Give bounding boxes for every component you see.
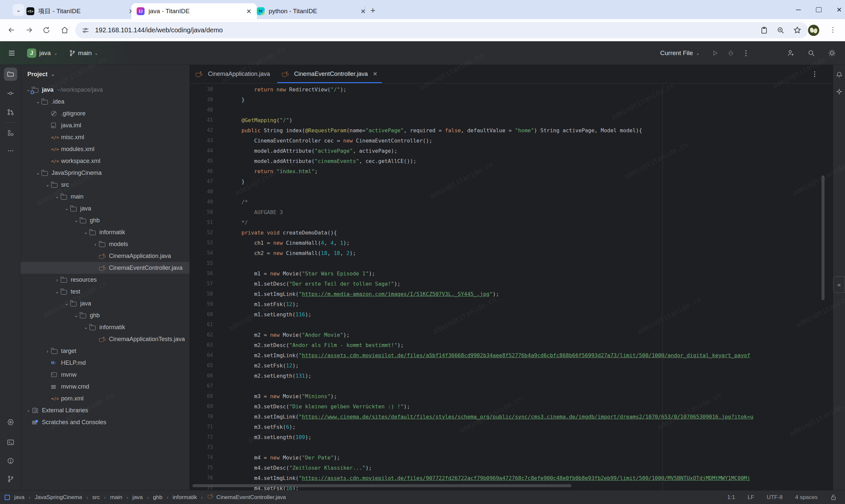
breadcrumb-item[interactable]: java [14, 494, 24, 501]
chevron-expanded-icon[interactable]: ⌄ [44, 182, 51, 188]
profile-avatar[interactable] [808, 25, 819, 36]
code-line[interactable]: 55 [190, 258, 833, 269]
tool-git-button[interactable] [4, 472, 17, 486]
code-line[interactable]: 75 m4.setDesc("Zeitloser Klassiker..."); [190, 463, 833, 473]
chevron-collapsed-icon[interactable]: › [44, 348, 51, 354]
tree-item-external-libraries[interactable]: ›External Libraries [21, 404, 190, 416]
tree-item-ghb[interactable]: ⌄ghb [21, 309, 190, 321]
breadcrumb-item[interactable]: CinemaEventController.java [216, 494, 286, 501]
tool-terminal-button[interactable] [4, 436, 17, 449]
code-line[interactable]: 71 m3.setFsk(6); [190, 422, 833, 432]
code-line[interactable]: 59 m1.setFsk(12); [190, 299, 833, 309]
main-menu-button[interactable] [5, 47, 18, 60]
code-line[interactable]: 53 ch1 = new CinemaHall(4, 4, 1); [190, 238, 833, 248]
tool-problems-button[interactable] [4, 454, 17, 467]
window-close-button[interactable]: × [837, 5, 842, 15]
tool-pullrequest-button[interactable] [4, 106, 17, 119]
tree-item-java[interactable]: ⌄java~/workspace/java [21, 84, 190, 96]
tree-item-mvnw[interactable]: mvnw [21, 369, 190, 381]
code-line[interactable]: 52 private void createDemoData(){ [190, 228, 833, 238]
tree-item-src[interactable]: ⌄src [21, 179, 190, 191]
code-line[interactable]: 40 [190, 105, 833, 115]
chevron-expanded-icon[interactable]: ⌄ [73, 217, 80, 223]
window-minimize-button[interactable]: ─ [796, 6, 801, 14]
code-line[interactable]: 38 return new RedirectView("/"); [190, 85, 833, 95]
new-tab-button[interactable]: + [370, 5, 375, 16]
bookmark-star-icon[interactable] [793, 26, 802, 34]
editor-tab[interactable]: CinemaApplication.java [190, 65, 276, 83]
chevron-expanded-icon[interactable]: ⌄ [82, 324, 89, 330]
tree-item-java[interactable]: ⌄java [21, 202, 190, 214]
code-line[interactable]: 64 m2.setImgLink("https://assets.cdn.mov… [190, 350, 833, 361]
horizontal-scrollbar[interactable] [192, 484, 571, 487]
code-line[interactable]: 67 [190, 381, 833, 391]
breadcrumb-item[interactable]: ghb [153, 494, 162, 501]
more-run-actions-icon[interactable]: ⋮ [739, 47, 753, 60]
reload-button[interactable] [40, 24, 52, 36]
editor-tab[interactable]: CinemaEventController.java ✕ [276, 65, 383, 83]
branch-switcher[interactable]: main ⌄ [69, 50, 99, 57]
readonly-lock-icon[interactable] [830, 494, 837, 501]
tree-item--idea[interactable]: ⌄.idea [21, 96, 190, 108]
browser-tab-python[interactable]: PC python - TitanIDE ✕ [251, 3, 371, 19]
code-line[interactable]: 43 CinemaEventController cec = new Cinem… [190, 136, 833, 146]
chevron-expanded-icon[interactable]: ⌄ [34, 98, 41, 105]
tree-item-pom-xml[interactable]: </>pom.xml [21, 393, 190, 404]
tool-commit-button[interactable] [4, 87, 17, 100]
chevron-down-icon[interactable]: ⌄ [51, 72, 55, 77]
code-line[interactable]: 76 m4.setImgLink("https://assets.cdn.mov… [190, 473, 833, 483]
line-separator-indicator[interactable]: LF [747, 494, 754, 501]
editor-options-icon[interactable]: ⋮ [811, 70, 818, 78]
code-line[interactable]: 73 [190, 442, 833, 452]
code-line[interactable]: 54 ch2 = new CinemaHall(18, 18, 2); [190, 248, 833, 258]
code-line[interactable]: 74 m4 = new Movie("Der Pate"); [190, 452, 833, 463]
tool-run-button[interactable] [4, 416, 17, 429]
browser-tab-java[interactable]: IJ java - TitanIDE ✕ [131, 3, 257, 19]
vertical-scrollbar[interactable] [822, 176, 825, 300]
tree-item-mvnw-cmd[interactable]: mvnw.cmd [21, 381, 190, 393]
chevron-collapsed-icon[interactable]: › [25, 408, 32, 413]
tree-item-help-md[interactable]: M↓HELP.md [21, 357, 190, 369]
tree-item-target[interactable]: ›target [21, 345, 190, 357]
chevron-expanded-icon[interactable]: ⌄ [34, 170, 41, 176]
breadcrumb-item[interactable]: src [92, 494, 100, 501]
tree-item-informatik[interactable]: ⌄informatik [21, 226, 190, 238]
zoom-icon[interactable] [777, 26, 785, 34]
code-line[interactable]: 72 m3.setLength(109); [190, 432, 833, 442]
code-line[interactable]: 42 public String index(@RequestParam(nam… [190, 125, 833, 136]
collapse-panel-button[interactable]: « [833, 276, 845, 293]
code-line[interactable]: 41 @GetMapping("/") [190, 115, 833, 125]
browser-menu-icon[interactable]: ⋮ [829, 26, 837, 34]
breadcrumb-item[interactable]: main [110, 494, 122, 501]
browser-tab-project[interactable]: <t> 项目 - TitanIDE ✕ [21, 3, 139, 19]
breadcrumb-item[interactable]: JavaSpringCinema [35, 494, 82, 501]
code-line[interactable]: 58 m1.setImgLink("https://m.media-amazon… [190, 289, 833, 299]
forward-button[interactable] [23, 24, 35, 36]
tree-item-resources[interactable]: ›resources [21, 274, 190, 286]
code-line[interactable]: 66 m2.setLength(131); [190, 371, 833, 381]
chevron-collapsed-icon[interactable]: › [53, 277, 61, 283]
chevron-collapsed-icon[interactable]: › [92, 241, 99, 247]
url-text[interactable]: 192.168.101.144/ide/web/coding/java/demo [95, 26, 223, 34]
code-line[interactable]: 46 return "index.html"; [190, 166, 833, 177]
back-button[interactable] [5, 24, 18, 36]
tree-item-test[interactable]: ⌄test [21, 286, 190, 298]
tree-item-ghb[interactable]: ⌄ghb [21, 214, 190, 226]
chevron-expanded-icon[interactable]: ⌄ [73, 312, 80, 318]
run-config-selector[interactable]: Current File ⌄ [660, 50, 700, 57]
code-line[interactable]: 61 [190, 320, 833, 330]
tool-more-button[interactable] [4, 144, 17, 157]
tree-item-scratches-and-consoles[interactable]: Scratches and Consoles [21, 416, 190, 428]
code-line[interactable]: 69 m3.setDesc("Die kleinen gelben Verrüc… [190, 401, 833, 412]
chevron-expanded-icon[interactable]: ⌄ [82, 229, 89, 235]
tree-item-informatik[interactable]: ⌄informatik [21, 321, 190, 333]
code-line[interactable]: 50 AUFGABE 3 [190, 207, 833, 217]
address-bar[interactable]: 192.168.101.144/ide/web/coding/java/demo [75, 22, 808, 38]
debug-button[interactable] [724, 47, 737, 60]
tree-item-javaspringcinema[interactable]: ⌄JavaSpringCinema [21, 167, 190, 179]
tree-item-workspace-xml[interactable]: </>workspace.xml [21, 155, 190, 167]
window-maximize-button[interactable] [816, 7, 822, 12]
tree-item-cinemaeventcontroller-java[interactable]: CinemaEventController.java [21, 262, 190, 274]
tool-structure-button[interactable] [4, 126, 17, 140]
code-line[interactable]: 57 m1.setDesc("Der erste Teil der tollen… [190, 279, 833, 289]
